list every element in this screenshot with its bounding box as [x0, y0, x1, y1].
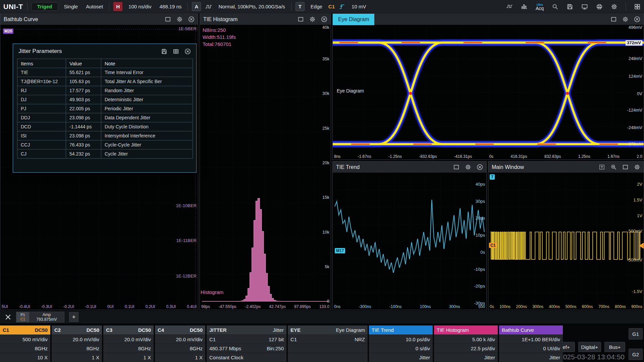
- group-button-g1[interactable]: G1: [629, 328, 643, 340]
- window-layout-icon[interactable]: [634, 3, 641, 10]
- measurement-p1[interactable]: P1 C1 Amp 793.875mV: [16, 312, 64, 322]
- table-row[interactable]: PJ22.005 psPeriodic Jitter: [17, 104, 193, 113]
- channel-summary-c4[interactable]: C4DC5020.0 mV/div8GHz1 X: [155, 325, 205, 362]
- close-button[interactable]: [477, 164, 483, 170]
- maximize-button[interactable]: [610, 16, 617, 22]
- maximize-button[interactable]: [298, 16, 304, 22]
- jitter-parameters-dialog[interactable]: Jitter Parameters ItemsValueNote TIE55.6…: [13, 44, 197, 173]
- dialog-titlebar[interactable]: Jitter Parameters: [13, 44, 196, 59]
- horizontal-menu-button[interactable]: H: [113, 2, 122, 11]
- settings-gear-icon[interactable]: [611, 3, 618, 10]
- maximize-button[interactable]: [622, 164, 629, 170]
- trigger-type[interactable]: Edge: [309, 4, 324, 9]
- print-icon[interactable]: [596, 3, 603, 10]
- summary-row: [288, 344, 368, 353]
- table-row[interactable]: TIE55.621 psTime Interval Error: [17, 68, 193, 77]
- close-button[interactable]: [634, 16, 640, 22]
- channel-setting: 20.0 mV/div: [155, 335, 205, 344]
- zoom-icon[interactable]: [610, 164, 617, 170]
- channel-setting: 8GHz: [52, 344, 102, 353]
- panel-title: Bathtub Curve: [4, 16, 38, 22]
- add-measurement-button[interactable]: +: [69, 312, 78, 322]
- add-digital-button[interactable]: Digital+: [578, 342, 601, 352]
- trigger-position-flag[interactable]: T: [490, 174, 495, 180]
- measure-tool-icon[interactable]: [5, 314, 11, 320]
- table-cell: DCD: [17, 122, 66, 131]
- histogram-titlebar[interactable]: TIE Histogram: [200, 14, 331, 25]
- eye-diagram-plot[interactable]: Eye Diagram 496mV372mV248mV124mV0V-124mV…: [333, 25, 644, 160]
- digital-channels-icon[interactable]: [521, 3, 528, 10]
- table-row[interactable]: DDJ23.098 psData Dependent Jitter: [17, 113, 193, 122]
- eye-titlebar[interactable]: Eye Diagram: [333, 14, 644, 25]
- horizontal-offset-value[interactable]: 488.19 ns: [157, 4, 183, 9]
- jitter-summary[interactable]: JITTERJitterC1127 bit480.377 MbpsBin:250…: [207, 325, 286, 362]
- group-button-g2[interactable]: G2: [629, 349, 643, 360]
- trigger-menu-button[interactable]: T: [296, 2, 305, 11]
- table-header-row: ItemsValueNote: [17, 59, 193, 68]
- channel-summary-c2[interactable]: C2DC5020.0 mV/div8GHz1 X: [52, 325, 102, 362]
- table-row[interactable]: RJ17.577 psRandom Jitter: [17, 86, 193, 95]
- trigger-slope-icon[interactable]: [339, 3, 345, 10]
- main-titlebar[interactable]: Main Window: [488, 162, 644, 173]
- trigger-source[interactable]: C1: [328, 4, 335, 9]
- autoset-button[interactable]: Autoset: [84, 4, 105, 9]
- table-row[interactable]: DJ49.903 psDeterministic Jitter: [17, 95, 193, 104]
- table-row[interactable]: ISI23.098 psIntersymbol Interference: [17, 131, 193, 140]
- summary-setting: 1E+1.00 BER/div: [499, 335, 563, 344]
- waveform-tool-icon[interactable]: [506, 3, 513, 10]
- channel-badge-c1[interactable]: C1: [489, 243, 497, 248]
- close-button[interactable]: [188, 16, 195, 22]
- table-row[interactable]: TJ@BER=10e-12105.63 psTotal Jitter At A …: [17, 77, 193, 86]
- main-waveform-plot[interactable]: T C1 2V1.5V1V500mV-500mV-1.5V 0s100ns200…: [488, 173, 644, 310]
- channel-name: C1: [3, 327, 9, 333]
- cursor-tool-icon[interactable]: [599, 164, 605, 170]
- marker-badge-m17[interactable]: M17: [335, 248, 345, 253]
- trigger-level-arrow[interactable]: [639, 243, 644, 249]
- eye-diagram-tab[interactable]: Eye Diagram: [333, 14, 374, 25]
- settings-gear-icon[interactable]: [309, 16, 316, 22]
- measure-value: 793.875mV: [36, 317, 57, 322]
- settings-gear-icon[interactable]: [465, 164, 471, 170]
- bathtub-titlebar[interactable]: Bathtub Curve: [0, 14, 198, 25]
- settings-gear-icon[interactable]: [622, 16, 629, 22]
- settings-gear-icon[interactable]: [634, 164, 640, 170]
- save-icon[interactable]: [567, 3, 573, 10]
- bathtub-summary[interactable]: Bathtub Curve1E+1.00 BER/div0 UI/divJitt…: [499, 325, 563, 362]
- close-button[interactable]: [321, 16, 327, 22]
- table-row[interactable]: DCD-1.1444 psDuty Cycle Distortion: [17, 122, 193, 131]
- add-bus-button[interactable]: Bus+: [604, 342, 625, 352]
- tie-trend-plot[interactable]: M17 40ps30ps20ps10ps0s-10ps-20ps-30ps 0n…: [333, 173, 486, 310]
- search-icon[interactable]: [552, 3, 558, 10]
- timebase-value[interactable]: 100 ns/div: [126, 4, 153, 9]
- trigger-level-value[interactable]: 10 mV: [350, 4, 368, 9]
- table-row[interactable]: CCJ76.433 psCycle-Cycle Jitter: [17, 140, 193, 149]
- channel-summary-c1[interactable]: C1DC50500 mV/div8GHz10 X: [0, 325, 50, 362]
- maximize-button[interactable]: [453, 164, 460, 170]
- tie-histogram-summary[interactable]: TIE Histogram5.00 k /div22.5 ps/divJitte…: [434, 325, 498, 362]
- histogram-plot[interactable]: NBins:250Width:511.19fsTotal:760701 Hist…: [200, 25, 331, 310]
- table-layout-icon[interactable]: [173, 48, 179, 55]
- summary-row: C1NRZ: [288, 335, 368, 344]
- channel-setting: 10 X: [0, 353, 50, 362]
- close-button[interactable]: [184, 48, 191, 55]
- summary-setting: Jitter: [369, 353, 433, 362]
- save-icon[interactable]: [161, 48, 167, 55]
- display-icon[interactable]: [581, 3, 588, 10]
- tie-trend-summary[interactable]: TIE Trend10.0 ps/div0 s/divJitter: [369, 325, 433, 362]
- trend-titlebar[interactable]: TIE Trend: [333, 162, 486, 173]
- table-cell: TIE: [17, 68, 66, 77]
- maximize-button[interactable]: [165, 16, 171, 22]
- acquire-info: Normal, 100kPts, 20.00GSa/s: [216, 4, 287, 9]
- marker-badge-m20[interactable]: M20: [3, 28, 13, 34]
- eye-summary[interactable]: EYEEye DiagramC1NRZ: [288, 325, 368, 362]
- table-row[interactable]: CJ54.232 psCycle Jitter: [17, 149, 193, 159]
- acquisition-mode-button[interactable]: Ultra Acq: [536, 3, 544, 10]
- table-column-header: Note: [101, 59, 193, 68]
- run-state-indicator[interactable]: Triged: [32, 2, 58, 11]
- single-button[interactable]: Single: [62, 4, 80, 9]
- settings-gear-icon[interactable]: [176, 16, 183, 22]
- acquire-menu-button[interactable]: A: [192, 2, 201, 11]
- measure-slot: P1: [20, 313, 25, 317]
- channel-summary-c3[interactable]: C3DC5020.0 mV/div8GHz1 X: [103, 325, 154, 362]
- table-cell: RJ: [17, 86, 66, 95]
